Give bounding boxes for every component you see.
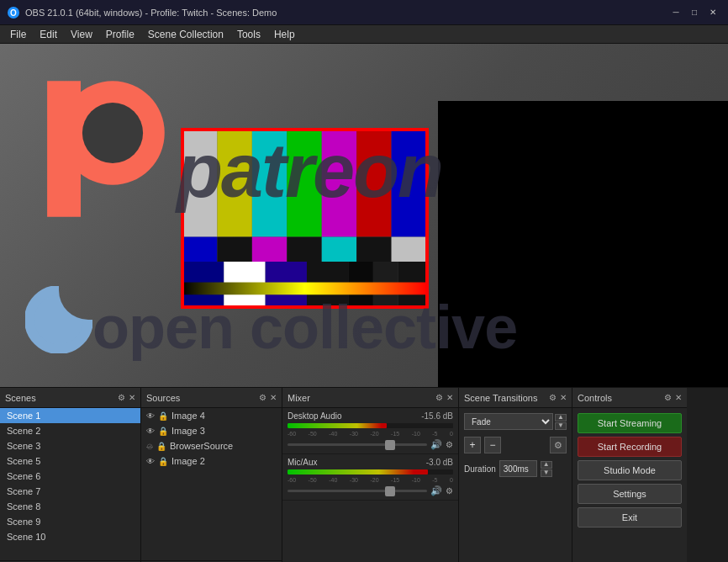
transition-arrow-up[interactable]: ▲: [555, 414, 567, 422]
duration-row: Duration ▲ ▼: [464, 460, 567, 477]
menu-tools[interactable]: Tools: [230, 25, 267, 44]
mixer-channel-header: Mic/Aux -3.0 dB: [288, 458, 453, 467]
mixer-fader-thumb[interactable]: [385, 440, 395, 450]
menu-help[interactable]: Help: [267, 25, 302, 44]
source-item[interactable]: 👁 🔒 Image 4: [141, 408, 282, 423]
source-visibility-icon[interactable]: 👁: [146, 457, 155, 466]
menu-edit[interactable]: Edit: [33, 25, 64, 44]
preview-area: patreon open collective: [0, 44, 728, 387]
svg-rect-17: [356, 237, 391, 262]
scenes-panel-header: Scenes ⚙ ✕: [0, 388, 140, 408]
mixer-meter-fill: [288, 423, 387, 428]
menu-file[interactable]: File: [3, 25, 33, 44]
mixer-close-icon[interactable]: ✕: [446, 393, 453, 402]
scenes-close-icon[interactable]: ✕: [129, 393, 135, 402]
scene-item[interactable]: Scene 6: [0, 469, 140, 484]
svg-rect-14: [252, 237, 287, 262]
mixer-fader-row: 🔊 ⚙: [288, 485, 453, 496]
source-visibility-icon[interactable]: ⊘: [146, 442, 153, 451]
mixer-config-icon[interactable]: ⚙: [435, 393, 443, 402]
duration-input[interactable]: [499, 460, 537, 477]
mixer-header-icons: ⚙ ✕: [435, 393, 453, 402]
source-lock-icon[interactable]: 🔒: [158, 457, 168, 466]
sources-list: 👁 🔒 Image 4 👁 🔒 Image 3 ⊘ 🔒 BrowserSourc…: [141, 408, 282, 560]
mixer-fader[interactable]: [288, 490, 427, 492]
mixer-fader[interactable]: [288, 443, 427, 446]
source-visibility-icon[interactable]: 👁: [146, 411, 155, 421]
duration-label: Duration: [464, 464, 496, 474]
source-lock-icon[interactable]: 🔒: [158, 427, 168, 436]
duration-arrow: ▲ ▼: [541, 461, 552, 477]
minimize-button[interactable]: ─: [667, 4, 684, 21]
settings-button[interactable]: Settings: [578, 484, 682, 504]
transitions-config-icon[interactable]: ⚙: [549, 393, 557, 402]
close-button[interactable]: ✕: [704, 4, 721, 21]
menu-view[interactable]: View: [64, 25, 99, 44]
scenes-header-icons: ⚙ ✕: [118, 393, 135, 402]
sources-header-icons: ⚙ ✕: [259, 393, 277, 402]
transition-add-button[interactable]: +: [464, 437, 481, 453]
studio-mode-button[interactable]: Studio Mode: [578, 460, 682, 480]
mixer-fader-thumb[interactable]: [385, 486, 395, 496]
controls-content: Start Streaming Start Recording Studio M…: [572, 408, 687, 562]
scene-item[interactable]: Scene 2: [0, 423, 140, 438]
mixer-mute-icon[interactable]: 🔊: [430, 439, 442, 450]
svg-rect-15: [287, 237, 321, 262]
menu-scene-collection[interactable]: Scene Collection: [141, 25, 230, 44]
svg-text:O: O: [10, 8, 17, 18]
controls-config-icon[interactable]: ⚙: [664, 393, 672, 402]
scenes-panel-title: Scenes: [5, 393, 36, 403]
sources-panel-title: Sources: [146, 393, 180, 403]
source-label: Image 3: [171, 426, 205, 436]
scene-item[interactable]: Scene 10: [0, 529, 140, 544]
transition-arrow: ▲ ▼: [555, 414, 567, 430]
duration-arrow-down[interactable]: ▼: [541, 469, 552, 477]
mixer-mute-icon[interactable]: 🔊: [430, 485, 442, 496]
scene-item[interactable]: Scene 7: [0, 484, 140, 499]
exit-button[interactable]: Exit: [578, 507, 682, 528]
transition-type-select[interactable]: Fade Cut Swipe Slide Stinger: [464, 413, 553, 430]
source-item[interactable]: 👁 🔒 Image 3: [141, 423, 282, 438]
start-streaming-button[interactable]: Start Streaming: [578, 413, 682, 433]
svg-rect-4: [47, 81, 81, 217]
source-item[interactable]: ⊘ 🔒 BrowserSource: [141, 438, 282, 453]
scenes-list: Scene 1 Scene 2 Scene 3 Scene 5 Scene 6 …: [0, 408, 140, 560]
scene-item[interactable]: Scene 8: [0, 499, 140, 514]
opencollective-text-overlay: open collective: [92, 293, 517, 362]
mixer-db-value: -3.0 dB: [426, 458, 453, 467]
transition-gear-button[interactable]: ⚙: [550, 437, 567, 453]
source-label: BrowserSource: [170, 441, 233, 451]
menu-profile[interactable]: Profile: [99, 25, 141, 44]
duration-arrow-up[interactable]: ▲: [541, 461, 552, 469]
start-recording-button[interactable]: Start Recording: [578, 437, 682, 457]
mixer-channel-mic: Mic/Aux -3.0 dB -60-50-40-30-20-15-10-50…: [282, 454, 458, 501]
scene-item[interactable]: Scene 3: [0, 438, 140, 453]
mixer-settings-icon[interactable]: ⚙: [446, 486, 453, 496]
mixer-channel-name: Mic/Aux: [288, 458, 318, 467]
scene-item[interactable]: Scene 5: [0, 453, 140, 469]
scene-item[interactable]: Scene 9: [0, 514, 140, 529]
scenes-config-icon[interactable]: ⚙: [118, 393, 125, 402]
svg-rect-18: [392, 237, 427, 262]
maximize-button[interactable]: □: [686, 4, 703, 21]
titlebar: O OBS 21.0.1 (64bit, windows) - Profile:…: [0, 0, 728, 25]
patreon-text-overlay: patreon: [177, 128, 442, 215]
preview-canvas: patreon open collective: [0, 44, 728, 387]
mixer-panel-header: Mixer ⚙ ✕: [282, 388, 458, 408]
sources-config-icon[interactable]: ⚙: [259, 393, 266, 402]
mixer-scale: -60-50-40-30-20-15-10-50: [288, 477, 453, 483]
mixer-settings-icon[interactable]: ⚙: [446, 440, 453, 449]
source-lock-icon[interactable]: 🔒: [158, 411, 168, 421]
sources-close-icon[interactable]: ✕: [270, 393, 277, 402]
mixer-channels: Desktop Audio -15.6 dB -60-50-40-30-20-1…: [282, 408, 458, 562]
bottom-panels: Scenes ⚙ ✕ Scene 1 Scene 2 Scene 3 Scene…: [0, 387, 728, 562]
scene-item[interactable]: Scene 1: [0, 408, 140, 423]
transition-arrow-down[interactable]: ▼: [555, 422, 567, 430]
controls-close-icon[interactable]: ✕: [675, 393, 682, 402]
transition-remove-button[interactable]: −: [484, 437, 501, 453]
source-item[interactable]: 👁 🔒 Image 2: [141, 453, 282, 469]
transitions-close-icon[interactable]: ✕: [560, 393, 567, 402]
source-lock-icon[interactable]: 🔒: [156, 442, 166, 451]
mixer-channel-header: Desktop Audio -15.6 dB: [288, 411, 453, 421]
source-visibility-icon[interactable]: 👁: [146, 427, 155, 436]
